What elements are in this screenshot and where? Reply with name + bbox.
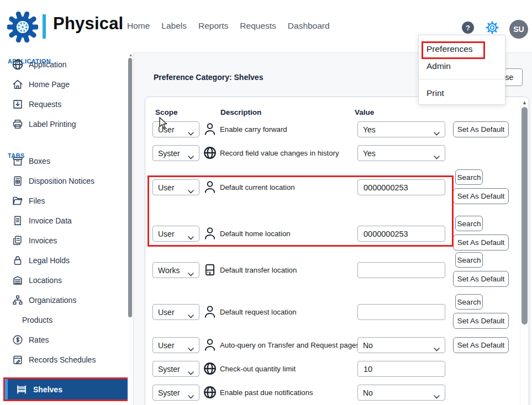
- scope-select-enable-past-due-notifications[interactable]: Syster: [152, 385, 199, 401]
- shelf-icon: [15, 383, 28, 396]
- sidebar-item-invoices[interactable]: Invoices: [0, 231, 128, 251]
- search-button-default-request-location[interactable]: Search: [455, 294, 483, 310]
- globe-icon: [12, 58, 24, 71]
- scope-select-record-field-value-changes-in-[interactable]: Syster: [152, 145, 199, 161]
- preferences-panel: [145, 97, 529, 405]
- preference-description: Default request location: [220, 308, 297, 316]
- nav-item-home[interactable]: Home: [127, 21, 150, 31]
- value-select-enable-carry-forward[interactable]: Yes: [357, 121, 445, 137]
- chevron-down-icon: [188, 232, 194, 236]
- value-input-default-transfer-location[interactable]: [357, 262, 445, 278]
- sidebar-item-products[interactable]: Products: [0, 310, 128, 330]
- panel-scrollbar-thumb[interactable]: [522, 107, 528, 324]
- sidebar-item-invoice-data[interactable]: Invoice Data: [0, 211, 128, 231]
- sidebar-item-locations[interactable]: Locations: [0, 270, 128, 290]
- folder-icon: [12, 195, 24, 207]
- nav-item-reports[interactable]: Reports: [198, 21, 228, 31]
- chevron-down-icon: [434, 391, 440, 395]
- panel-scroll-up-arrow[interactable]: ▲: [522, 100, 528, 105]
- app-window: Physical Home Labels Reports Requests Da…: [0, 0, 532, 405]
- set-as-default-button-default-current-location[interactable]: Set As Default: [453, 188, 509, 204]
- value-input-check-out-quantity-limit[interactable]: 10: [357, 361, 445, 377]
- sidebar-item-label: Rates: [29, 335, 49, 344]
- column-header-description: Description: [220, 108, 261, 116]
- menu-divider: [419, 79, 505, 79]
- sidebar-item-requests[interactable]: Requests: [0, 94, 128, 114]
- sidebar-item-application[interactable]: Application: [0, 55, 128, 74]
- scope-select-default-request-location[interactable]: User: [152, 304, 199, 320]
- person-icon: [203, 338, 217, 352]
- preference-description: Auto-query on Transfer and Request pages: [220, 341, 360, 349]
- sidebar-item-label: Shelves: [33, 385, 62, 394]
- chevron-down-icon: [188, 391, 194, 395]
- preference-description: Default home location: [220, 230, 291, 238]
- chevron-down-icon: [434, 128, 440, 132]
- search-button-default-home-location[interactable]: Search: [455, 216, 483, 231]
- column-header-scope: Scope: [155, 108, 178, 116]
- sidebar-item-records-schedules[interactable]: Records Schedules: [0, 350, 128, 370]
- set-as-default-button-auto-query-on-transfer-and-req[interactable]: Set As Default: [453, 337, 509, 353]
- set-as-default-button-default-transfer-location[interactable]: Set As Default: [453, 271, 509, 287]
- sidebar-item-label: Label Printing: [29, 120, 76, 129]
- scope-select-default-current-location[interactable]: User: [152, 179, 199, 195]
- menu-item-print[interactable]: Print: [426, 88, 444, 98]
- search-button-default-transfer-location[interactable]: Search: [455, 252, 483, 268]
- nav-item-dashboard[interactable]: Dashboard: [288, 21, 330, 31]
- value-select-auto-query-on-transfer-and-req[interactable]: No: [357, 337, 445, 353]
- workstation-icon: [203, 263, 217, 277]
- sidebar-scroll-up-arrow[interactable]: ▲: [129, 53, 133, 57]
- documents-icon: [12, 235, 24, 247]
- set-as-default-button-enable-carry-forward[interactable]: Set As Default: [453, 121, 509, 137]
- scope-select-enable-carry-forward[interactable]: User: [152, 121, 199, 137]
- person-icon: [203, 122, 217, 136]
- sidebar-item-shelves[interactable]: Shelves: [5, 379, 128, 399]
- value-input-default-home-location[interactable]: 0000000253: [357, 226, 445, 242]
- sidebar-item-home-page[interactable]: Home Page: [0, 74, 128, 94]
- sidebar-item-label-printing[interactable]: Label Printing: [0, 114, 128, 134]
- brand-divider-bar: [43, 14, 46, 39]
- scope-select-default-home-location[interactable]: User: [152, 226, 199, 242]
- receipt-icon: [12, 215, 24, 227]
- settings-gear-icon[interactable]: [485, 20, 499, 35]
- lock-icon: [12, 254, 24, 267]
- help-icon[interactable]: ?: [462, 22, 474, 34]
- set-as-default-button-default-request-location[interactable]: Set As Default: [453, 313, 509, 329]
- sidebar-item-boxes[interactable]: Boxes: [0, 151, 128, 171]
- value-select-enable-past-due-notifications[interactable]: No: [357, 385, 445, 401]
- sidebar-item-organizations[interactable]: Organizations: [0, 290, 128, 310]
- sidebar-item-label: Application: [29, 60, 67, 69]
- set-as-default-button-default-home-location[interactable]: Set As Default: [453, 235, 509, 251]
- sidebar-item-files[interactable]: Files: [0, 191, 128, 211]
- sidebar-item-label: Organizations: [29, 296, 76, 305]
- settings-dropdown-menu: Preferences Admin Print: [418, 35, 505, 105]
- person-icon: [203, 305, 217, 319]
- top-nav-links: Home Labels Reports Requests Dashboard: [127, 21, 330, 31]
- chevron-down-icon: [188, 367, 194, 371]
- scope-select-check-out-quantity-limit[interactable]: Syster: [152, 361, 199, 377]
- user-avatar[interactable]: SU: [509, 20, 528, 39]
- preference-description: Enable carry forward: [220, 125, 287, 134]
- value-select-record-field-value-changes-in-[interactable]: Yes: [357, 145, 445, 161]
- sidebar-scrollbar-thumb[interactable]: [128, 58, 132, 317]
- nav-item-requests[interactable]: Requests: [240, 21, 276, 31]
- nav-item-labels[interactable]: Labels: [161, 21, 187, 31]
- sidebar-item-label: Invoice Data: [29, 216, 72, 225]
- value-input-default-request-location[interactable]: [357, 304, 445, 320]
- globe-icon: [203, 146, 217, 160]
- sidebar-item-label: Records Schedules: [29, 355, 96, 364]
- sidebar-item-label: Files: [29, 196, 45, 205]
- printer-icon: [12, 118, 24, 130]
- sidebar-item-legal-holds[interactable]: Legal Holds: [0, 251, 128, 270]
- sidebar-item-label: Legal Holds: [29, 256, 70, 265]
- org-chart-icon: [12, 294, 24, 306]
- menu-item-admin[interactable]: Admin: [426, 61, 451, 71]
- scope-select-auto-query-on-transfer-and-req[interactable]: User: [152, 337, 199, 353]
- menu-item-preferences[interactable]: Preferences: [426, 44, 473, 54]
- scope-select-default-transfer-location[interactable]: Works: [152, 262, 199, 278]
- search-button-default-current-location[interactable]: Search: [455, 169, 483, 185]
- dollar-icon: [12, 334, 24, 346]
- sidebar: APPLICATIONApplicationHome PageRequestsL…: [0, 52, 134, 405]
- value-input-default-current-location[interactable]: 0000000253: [357, 179, 445, 195]
- sidebar-item-rates[interactable]: Rates: [0, 330, 128, 350]
- sidebar-item-disposition-notices[interactable]: Disposition Notices: [0, 171, 128, 191]
